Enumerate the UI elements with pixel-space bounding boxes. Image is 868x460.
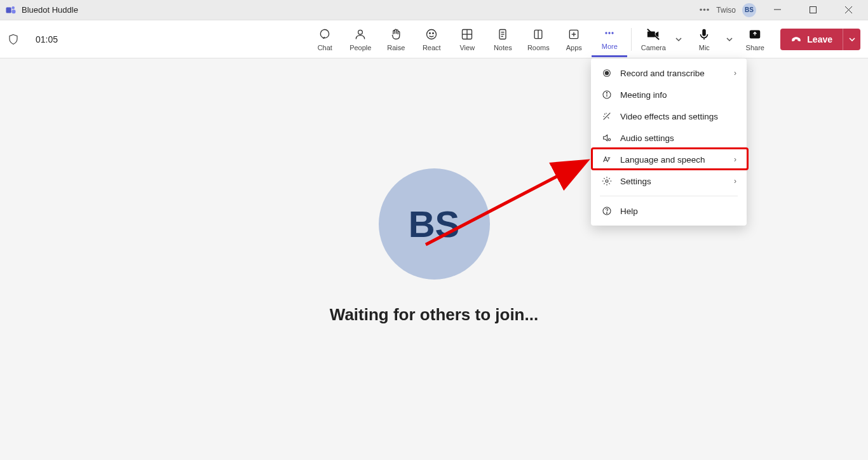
menu-language-speech[interactable]: Language and speech ›: [591, 149, 747, 170]
video-effects-icon: [601, 111, 613, 121]
svg-point-35: [608, 139, 610, 140]
apps-button[interactable]: Apps: [556, 22, 592, 57]
chat-icon: [318, 27, 331, 41]
chevron-down-icon: [849, 36, 855, 43]
record-icon: [601, 68, 613, 78]
react-button[interactable]: React: [414, 22, 449, 57]
svg-point-36: [606, 180, 608, 182]
mic-chevron-icon[interactable]: [722, 36, 737, 43]
window-title: Bluedot Huddle: [22, 5, 78, 15]
svg-point-7: [321, 29, 329, 37]
avatar-initials: BS: [409, 203, 460, 245]
svg-point-31: [605, 71, 608, 74]
more-button[interactable]: More: [592, 22, 627, 57]
camera-chevron-icon[interactable]: [671, 36, 686, 43]
menu-video-effects[interactable]: Video effects and settings: [591, 105, 747, 127]
raise-button[interactable]: Raise: [378, 22, 414, 57]
hangup-icon: [790, 34, 802, 45]
svg-rect-0: [6, 7, 11, 13]
menu-settings[interactable]: Settings ›: [591, 170, 747, 192]
audio-icon: [601, 133, 613, 143]
svg-point-1: [12, 6, 15, 10]
raise-hand-icon: [390, 27, 402, 41]
people-button[interactable]: People: [342, 22, 378, 57]
participant-avatar: BS: [379, 168, 490, 280]
chevron-right-icon: ›: [734, 69, 736, 78]
svg-point-38: [606, 213, 607, 213]
teams-logo-icon: [5, 4, 17, 16]
user-avatar-small[interactable]: BS: [742, 3, 756, 17]
svg-point-24: [606, 32, 607, 34]
language-icon: [601, 154, 613, 165]
menu-meeting-info[interactable]: Meeting info: [591, 84, 747, 105]
camera-off-icon: [646, 27, 660, 41]
menu-help[interactable]: Help: [591, 200, 747, 222]
user-name: Twiso: [716, 6, 736, 15]
rooms-icon: [532, 27, 545, 41]
window-close-button[interactable]: [834, 0, 863, 20]
rooms-button[interactable]: Rooms: [520, 22, 556, 57]
view-button[interactable]: View: [449, 22, 485, 57]
svg-point-34: [606, 92, 607, 93]
svg-rect-2: [12, 10, 16, 13]
mic-icon: [697, 27, 711, 41]
svg-point-26: [612, 32, 614, 34]
meeting-timer: 01:05: [36, 34, 58, 44]
more-dropdown-menu: Record and transcribe › Meeting info Vid…: [591, 58, 747, 226]
chevron-right-icon: ›: [734, 177, 736, 186]
window-title-bar: Bluedot Huddle ••• Twiso BS: [0, 0, 868, 20]
window-maximize-button[interactable]: [798, 0, 827, 20]
info-icon: [601, 90, 613, 100]
chevron-right-icon: ›: [734, 155, 736, 164]
react-icon: [425, 27, 438, 41]
notes-button[interactable]: Notes: [485, 22, 520, 57]
waiting-text: Waiting for others to join...: [330, 305, 538, 325]
share-button[interactable]: Share: [737, 22, 773, 57]
menu-audio-settings[interactable]: Audio settings: [591, 127, 747, 149]
more-icon: [603, 26, 616, 40]
share-icon: [749, 27, 761, 41]
chat-button[interactable]: Chat: [307, 22, 342, 57]
svg-point-8: [358, 30, 363, 34]
camera-button[interactable]: Camera: [635, 22, 671, 57]
menu-divider: [600, 196, 738, 196]
view-icon: [461, 27, 473, 41]
mic-button[interactable]: Mic: [686, 22, 722, 57]
help-icon: [601, 206, 613, 216]
leave-button[interactable]: Leave: [780, 29, 843, 50]
leave-label: Leave: [807, 34, 832, 44]
menu-record-transcribe[interactable]: Record and transcribe ›: [591, 62, 747, 84]
shield-icon[interactable]: [8, 34, 19, 45]
svg-point-9: [427, 29, 437, 39]
svg-point-10: [430, 32, 431, 34]
settings-icon: [601, 176, 613, 186]
title-more-icon[interactable]: •••: [700, 5, 710, 15]
svg-rect-28: [703, 29, 707, 36]
notes-icon: [496, 27, 509, 41]
meeting-toolbar: 01:05 Chat People Raise React View Notes: [0, 20, 868, 58]
svg-rect-4: [810, 7, 816, 13]
apps-icon: [567, 27, 580, 41]
toolbar-separator: [631, 28, 632, 51]
svg-point-25: [609, 32, 611, 34]
leave-chevron-button[interactable]: [843, 29, 860, 50]
window-minimize-button[interactable]: [763, 0, 792, 20]
people-icon: [354, 27, 367, 41]
svg-point-11: [433, 32, 434, 34]
